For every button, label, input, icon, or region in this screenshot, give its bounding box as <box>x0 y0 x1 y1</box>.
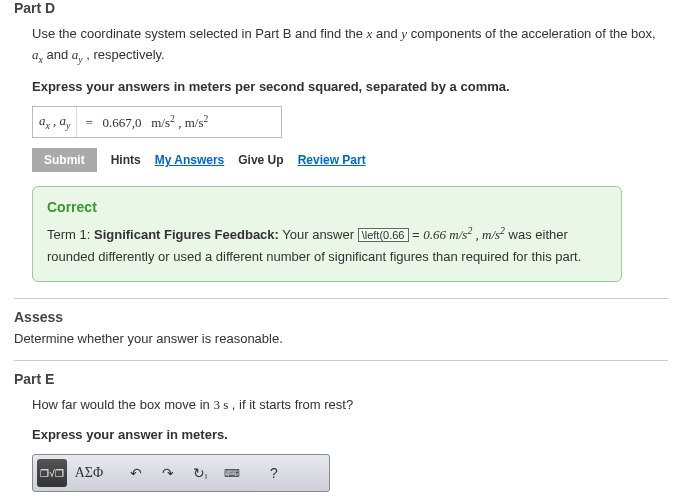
equals: = <box>85 115 92 130</box>
assess-text: Determine whether your answer is reasona… <box>14 331 668 346</box>
separator <box>14 298 668 299</box>
give-up-label: Give Up <box>238 153 283 167</box>
reset-button[interactable]: ↻ı <box>185 459 215 487</box>
feedback-title: Correct <box>47 199 607 215</box>
text: , if it starts from rest? <box>228 397 353 412</box>
text: and <box>43 47 72 62</box>
answer-display: ax , ay = 0.667,0 m/s2 , m/s2 <box>32 106 282 138</box>
ay-var: ay <box>72 47 83 62</box>
term-prefix: Term 1: <box>47 227 94 242</box>
reset-sub: ı <box>205 471 208 481</box>
part-d-question: Use the coordinate system selected in Pa… <box>32 24 668 67</box>
keyboard-button[interactable]: ⌨ <box>217 459 247 487</box>
answer-variable-label: ax , ay <box>33 107 77 137</box>
label-vars: ax , ay <box>39 113 70 131</box>
feedback-box: Correct Term 1: Significant Figures Feed… <box>32 186 622 282</box>
review-part-link[interactable]: Review Part <box>298 153 366 167</box>
submit-button[interactable]: Submit <box>32 148 97 172</box>
part-e-header: Part E <box>14 371 668 387</box>
value: 0.667,0 m/s2 , m/s2 <box>103 115 209 130</box>
my-answers-link[interactable]: My Answers <box>155 153 225 167</box>
ax-var: ax <box>32 47 43 62</box>
feedback-value: 0.66 m/s2 , m/s2 <box>423 227 505 242</box>
action-row: Submit Hints My Answers Give Up Review P… <box>32 148 668 172</box>
answer-value: = 0.667,0 m/s2 , m/s2 <box>77 113 216 131</box>
equals: = <box>409 227 424 242</box>
part-d-header: Part D <box>14 0 668 16</box>
templates-button[interactable]: ❐√❐ <box>37 459 67 487</box>
separator <box>14 360 668 361</box>
text: and <box>372 26 401 41</box>
undo-button[interactable]: ↶ <box>121 459 151 487</box>
redo-button[interactable]: ↷ <box>153 459 183 487</box>
reset-icon: ↻ <box>193 465 205 481</box>
part-e-question: How far would the box move in 3 s , if i… <box>32 395 668 416</box>
assess-header: Assess <box>14 309 668 325</box>
sigfig-label: Significant Figures Feedback: <box>94 227 279 242</box>
part-d-instruction: Express your answers in meters per secon… <box>32 79 668 94</box>
boxed-value: \left(0.66 <box>358 228 409 242</box>
text: components of the acceleration of the bo… <box>407 26 656 41</box>
time: 3 s <box>213 397 228 412</box>
greek-button[interactable]: ΑΣΦ <box>69 459 109 487</box>
feedback-text: Term 1: Significant Figures Feedback: Yo… <box>47 223 607 269</box>
text: How far would the box move in <box>32 397 213 412</box>
text: , respectively. <box>83 47 165 62</box>
text: Use the coordinate system selected in Pa… <box>32 26 367 41</box>
equation-toolbar: ❐√❐ ΑΣΦ ↶ ↷ ↻ı ⌨ ? <box>32 454 330 492</box>
text: Your answer <box>279 227 358 242</box>
part-e-instruction: Express your answer in meters. <box>32 427 668 442</box>
hints-label: Hints <box>111 153 141 167</box>
help-button[interactable]: ? <box>259 459 289 487</box>
